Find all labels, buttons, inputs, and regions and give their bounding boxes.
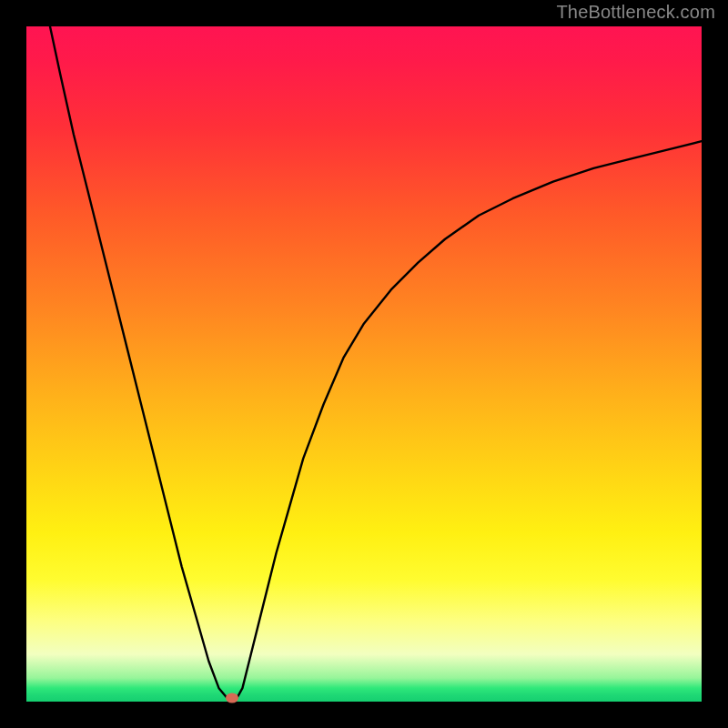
plot-area — [26, 26, 702, 702]
bottleneck-curve — [26, 26, 702, 702]
figure-container: TheBottleneck.com — [0, 0, 728, 728]
optimum-marker — [226, 693, 238, 703]
attribution-label: TheBottleneck.com — [556, 2, 715, 23]
